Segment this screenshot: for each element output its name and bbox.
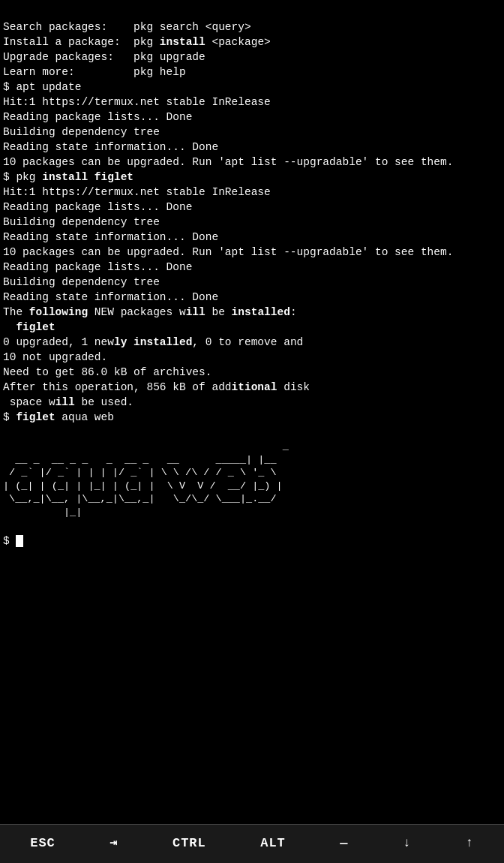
dash-button[interactable]: —: [332, 832, 356, 855]
down-arrow-button[interactable]: ↓: [395, 832, 418, 855]
terminal-line-1: Search packages: pkg search <query> Inst…: [3, 21, 453, 423]
ctrl-button[interactable]: CTRL: [165, 832, 214, 855]
alt-button[interactable]: ALT: [253, 832, 293, 855]
tab-button[interactable]: ⇥: [102, 832, 125, 855]
figlet-output: _ __ _ __ _ _ _ __ _ __ _____| |__ / _` …: [3, 440, 501, 519]
terminal-output: Search packages: pkg search <query> Inst…: [0, 0, 504, 824]
bottom-bar: ESC ⇥ CTRL ALT — ↓ ↑: [0, 824, 504, 863]
esc-button[interactable]: ESC: [22, 832, 63, 855]
up-arrow-button[interactable]: ↑: [458, 832, 482, 855]
